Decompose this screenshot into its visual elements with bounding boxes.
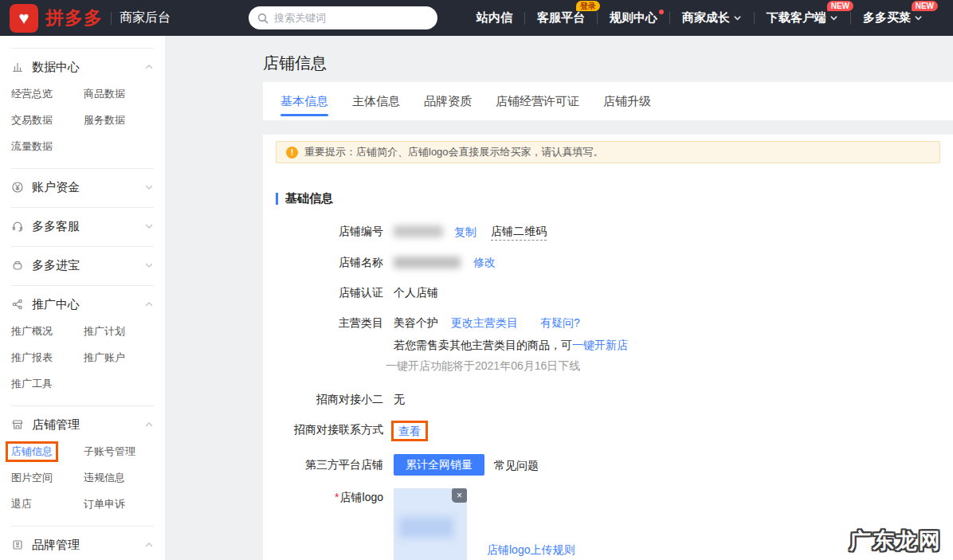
open-new-shop-link[interactable]: 一键开新店 bbox=[572, 339, 628, 351]
field-label: 店铺编号 bbox=[276, 222, 383, 241]
top-navbar: ♥ 拼多多 商家后台 站内信 客服平台 登录 规则中心 商家成长 下载客户端 bbox=[0, 0, 953, 36]
nav-item-messages[interactable]: 站内信 bbox=[473, 0, 516, 36]
nav-item-download-client[interactable]: 下载客户端 NEW bbox=[763, 0, 842, 36]
nav-item-merchant-growth[interactable]: 商家成长 bbox=[678, 0, 746, 36]
chevron-down-icon bbox=[829, 14, 838, 22]
brand-name: 拼多多 bbox=[45, 6, 103, 30]
sidebar-group-duoduo-jinbao: 多多进宝 bbox=[0, 247, 165, 285]
chevron-up-icon bbox=[144, 540, 154, 550]
sidebar-item-trade-data[interactable]: 交易数据 bbox=[11, 113, 84, 127]
divider bbox=[597, 12, 598, 25]
sidebar-item-violations[interactable]: 违规信息 bbox=[84, 471, 154, 485]
divider bbox=[111, 12, 112, 25]
form-row-shop-auth: 店铺认证 个人店铺 bbox=[276, 284, 940, 301]
divider bbox=[754, 12, 755, 25]
shop-logo-image[interactable]: × bbox=[394, 488, 467, 560]
important-notice-banner: ! 重要提示：店铺简介、店铺logo会直接展示给买家，请认真填写。 bbox=[276, 141, 940, 163]
sidebar-group-header-data-center[interactable]: 数据中心 bbox=[11, 53, 154, 80]
remove-logo-button[interactable]: × bbox=[452, 488, 467, 503]
form-row-contact-method: 招商对接联系方式 查看 bbox=[276, 421, 940, 441]
main-content: 店铺信息 基本信息 主体信息 品牌资质 店铺经营许可证 店铺升级 ! 重要提示：… bbox=[165, 36, 953, 560]
sidebar-item-sub-accounts[interactable]: 子账号管理 bbox=[84, 444, 154, 459]
chevron-up-icon bbox=[144, 300, 154, 309]
exclamation-circle-icon: ! bbox=[286, 147, 298, 159]
form-row-shop-name: 店铺名称 修改 bbox=[276, 253, 940, 271]
sidebar-group-shop-management: 店铺管理 店铺信息 子账号管理 图片空间 违规信息 退店 订单申诉 bbox=[0, 406, 165, 526]
sidebar-item-product-data[interactable]: 商品数据 bbox=[84, 87, 154, 101]
sidebar-item-promo-tools[interactable]: 推广工具 bbox=[11, 377, 84, 391]
sidebar-item-promo-overview[interactable]: 推广概况 bbox=[11, 324, 84, 339]
have-question-link[interactable]: 有疑问? bbox=[540, 314, 580, 331]
form-row-contact-person: 招商对接小二 无 bbox=[276, 390, 940, 408]
sidebar-group-customer-service: 多多客服 bbox=[0, 208, 165, 246]
form-row-main-category: 主营类目 美容个护 更改主营类目 有疑问? 若您需售卖其他主营类目的商品，可一键… bbox=[276, 314, 940, 376]
logo-upload-rule-link[interactable]: 店铺logo上传规则 bbox=[487, 541, 575, 558]
sidebar-item-shop-info[interactable]: 店铺信息 bbox=[6, 441, 58, 462]
sidebar-item-order-appeal[interactable]: 订单申诉 bbox=[84, 497, 154, 511]
shop-id-value-redacted bbox=[394, 225, 443, 237]
search-input[interactable] bbox=[274, 12, 429, 24]
sidebar-group-header-promotion-center[interactable]: 推广中心 bbox=[11, 291, 154, 318]
sidebar-item-close-shop[interactable]: 退店 bbox=[11, 497, 84, 511]
sidebar-item-promo-report[interactable]: 推广报表 bbox=[11, 350, 84, 365]
field-label: 店铺名称 bbox=[276, 253, 383, 271]
shop-icon bbox=[11, 418, 25, 432]
alert-text: 重要提示：店铺简介、店铺logo会直接展示给买家，请认真填写。 bbox=[304, 145, 604, 159]
sidebar-group-header-account-funds[interactable]: 账户资金 bbox=[11, 174, 154, 201]
view-contact-link[interactable]: 查看 bbox=[398, 425, 421, 437]
new-badge: NEW bbox=[912, 1, 938, 11]
sidebar-item-promo-plan[interactable]: 推广计划 bbox=[84, 324, 154, 339]
sidebar-group-header-brand-management[interactable]: 品牌管理 bbox=[11, 531, 154, 558]
sidebar-group-data-center: 数据中心 经营总览 商品数据 交易数据 服务数据 流量数据 bbox=[0, 49, 165, 168]
tab-shop-upgrade[interactable]: 店铺升级 bbox=[603, 82, 651, 120]
sidebar: 数据中心 经营总览 商品数据 交易数据 服务数据 流量数据 账户资金 bbox=[0, 36, 165, 560]
nav-item-rules-center[interactable]: 规则中心 bbox=[606, 0, 661, 36]
navbar-subtitle: 商家后台 bbox=[120, 10, 171, 26]
field-label: 店铺认证 bbox=[276, 284, 383, 301]
sidebar-group-account-funds: 账户资金 bbox=[0, 169, 165, 207]
pinduoduo-logo-icon[interactable]: ♥ bbox=[10, 4, 38, 33]
basic-info-panel: ! 重要提示：店铺简介、店铺logo会直接展示给买家，请认真填写。 基础信息 店… bbox=[263, 135, 953, 560]
watermark: 广东龙网 bbox=[849, 527, 942, 555]
navbar-menu: 站内信 客服平台 登录 规则中心 商家成长 下载客户端 NEW 多多买菜 NEW bbox=[473, 0, 927, 36]
sidebar-item-business-overview[interactable]: 经营总览 bbox=[11, 87, 84, 101]
change-category-link[interactable]: 更改主营类目 bbox=[451, 314, 518, 331]
bar-chart-icon bbox=[11, 61, 25, 74]
search-icon bbox=[257, 13, 269, 24]
chevron-up-icon bbox=[144, 62, 154, 72]
view-contact-highlight-box: 查看 bbox=[391, 421, 428, 441]
divider bbox=[850, 12, 851, 25]
treasure-icon bbox=[11, 259, 25, 272]
sidebar-group-header-customer-service[interactable]: 多多客服 bbox=[11, 213, 154, 240]
section-title: 基础信息 bbox=[276, 191, 940, 206]
sidebar-group-brand-management: 品牌管理 拼内购 bbox=[0, 527, 165, 560]
chevron-down-icon bbox=[144, 182, 154, 192]
category-note-text: 若您需售卖其他主营类目的商品，可 bbox=[394, 339, 572, 351]
sidebar-item-traffic-data[interactable]: 流量数据 bbox=[11, 139, 84, 154]
sidebar-group-header-duoduo-jinbao[interactable]: 多多进宝 bbox=[11, 252, 154, 279]
form-row-shop-id: 店铺编号 复制 店铺二维码 bbox=[276, 222, 940, 241]
sidebar-group-promotion-center: 推广中心 推广概况 推广计划 推广报表 推广账户 推广工具 bbox=[0, 286, 165, 405]
form-row-third-party: 第三方平台店铺 累计全网销量 常见问题 bbox=[276, 454, 940, 476]
sidebar-group-header-shop-management[interactable]: 店铺管理 bbox=[11, 411, 154, 438]
tab-basic-info[interactable]: 基本信息 bbox=[280, 82, 328, 120]
tab-business-license[interactable]: 店铺经营许可证 bbox=[496, 82, 579, 120]
tab-brand-qualification[interactable]: 品牌资质 bbox=[424, 82, 472, 120]
copy-link[interactable]: 复制 bbox=[454, 223, 476, 241]
headset-icon bbox=[11, 220, 25, 233]
edit-link[interactable]: 修改 bbox=[473, 253, 496, 271]
faq-label[interactable]: 常见问题 bbox=[494, 456, 539, 474]
chevron-down-icon bbox=[733, 14, 742, 22]
navbar-search[interactable] bbox=[249, 6, 437, 29]
new-badge: NEW bbox=[827, 1, 853, 11]
required-asterisk: * bbox=[335, 491, 339, 503]
tab-subject-info[interactable]: 主体信息 bbox=[352, 82, 400, 120]
shop-qrcode-link[interactable]: 店铺二维码 bbox=[491, 222, 547, 241]
total-sales-button[interactable]: 累计全网销量 bbox=[394, 454, 484, 476]
shop-name-value-redacted bbox=[394, 257, 461, 268]
sidebar-item-promo-account[interactable]: 推广账户 bbox=[84, 350, 154, 365]
nav-item-duoduo-maicai[interactable]: 多多买菜 NEW bbox=[859, 0, 927, 36]
sidebar-item-service-data[interactable]: 服务数据 bbox=[84, 113, 154, 127]
nav-item-service-platform[interactable]: 客服平台 登录 bbox=[533, 0, 589, 36]
sidebar-item-image-space[interactable]: 图片空间 bbox=[11, 471, 84, 485]
